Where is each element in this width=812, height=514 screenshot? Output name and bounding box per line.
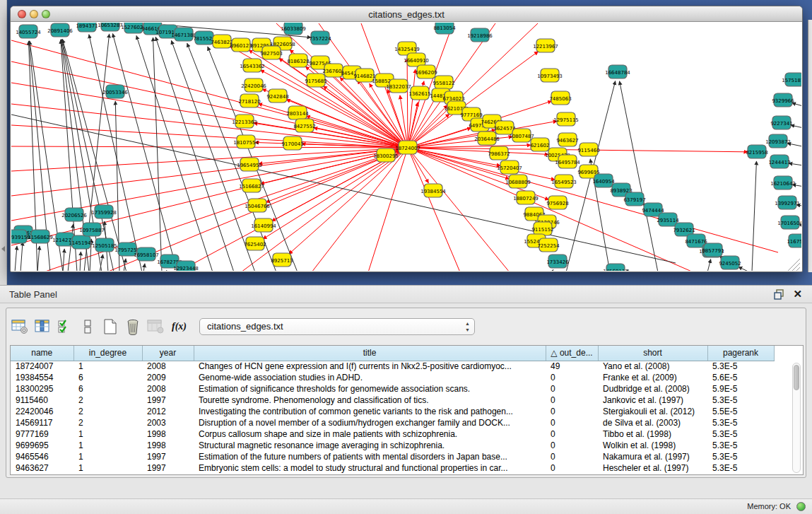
table-cell[interactable]: 1 [73, 361, 142, 372]
column-header-in_degree[interactable]: in_degree [73, 346, 142, 361]
network-node[interactable]: 10975887 [79, 223, 105, 236]
network-node[interactable]: 9170043 [281, 136, 303, 150]
network-node[interactable]: 16640910 [404, 53, 429, 66]
table-cell[interactable]: 5.3E-5 [707, 440, 774, 451]
table-cell[interactable]: 0 [546, 451, 598, 462]
network-node[interactable]: 11568629 [28, 230, 53, 243]
table-vertical-scrollbar[interactable] [792, 363, 801, 473]
table-cell[interactable]: 0 [546, 372, 598, 383]
network-node[interactable]: 22420046 [241, 78, 266, 92]
network-node[interactable]: 10688809 [505, 175, 531, 188]
network-node[interactable]: 15720407 [497, 160, 522, 174]
network-edge[interactable] [15, 246, 17, 271]
table-cell[interactable]: 1 [73, 462, 142, 474]
network-node[interactable]: 1733426 [546, 255, 569, 268]
network-node[interactable]: 12093872 [765, 134, 791, 148]
table-cell[interactable]: 5.3E-5 [707, 451, 774, 462]
network-node[interactable]: 9242848 [266, 89, 288, 103]
network-node[interactable]: 8215958 [746, 145, 767, 158]
table-cell[interactable]: 0 [546, 395, 598, 406]
network-node[interactable]: 16958107 [134, 247, 159, 261]
table-row[interactable]: 1830029562008Estimation of significance … [11, 383, 774, 395]
network-edge[interactable] [408, 148, 778, 252]
network-edge[interactable] [752, 161, 756, 271]
table-cell[interactable]: 1997 [142, 451, 194, 462]
float-panel-icon[interactable] [774, 289, 784, 300]
network-node[interactable]: 12975115 [553, 112, 579, 126]
table-cell[interactable]: Dudbridge et al. (2008) [598, 383, 707, 395]
network-node-hub[interactable]: 18724007 [395, 141, 420, 154]
table-row[interactable]: 946554611997Estimation of the future num… [11, 451, 774, 462]
network-node[interactable]: 2718120 [238, 94, 260, 107]
network-edge[interactable] [171, 40, 255, 271]
network-node[interactable]: 16543362 [240, 59, 265, 72]
table-cell[interactable]: Structural magnetic resonance image aver… [194, 440, 546, 451]
table-cell[interactable]: Estimation of significance thresholds fo… [194, 383, 546, 395]
select-all-icon[interactable] [56, 317, 74, 336]
network-node[interactable]: 7625402 [244, 237, 266, 250]
network-node[interactable]: 7485063 [549, 91, 571, 105]
table-cell[interactable]: 6 [73, 372, 142, 383]
network-node[interactable]: 16648784 [605, 65, 630, 78]
table-cell[interactable]: 18724007 [11, 361, 73, 372]
table-cell[interactable]: 0 [546, 440, 598, 451]
table-cell[interactable]: Investigating the contribution of common… [194, 406, 546, 417]
network-edge[interactable] [80, 252, 81, 271]
table-cell[interactable]: 9115460 [11, 395, 73, 406]
table-cell[interactable]: 1 [73, 451, 142, 462]
table-cell[interactable]: 0 [546, 428, 598, 440]
network-edge[interactable] [400, 95, 408, 148]
table-cell[interactable]: 2003 [142, 417, 194, 428]
network-node[interactable]: 9558122 [433, 76, 454, 89]
table-settings-icon[interactable] [11, 317, 29, 336]
table-cell[interactable]: 19384554 [11, 372, 73, 383]
table-row[interactable]: 969969511998Structural magnetic resonanc… [11, 440, 774, 451]
network-node[interactable]: 1894371 [76, 23, 98, 32]
column-header-title[interactable]: title [194, 346, 546, 361]
network-node[interactable]: 1696209 [415, 65, 437, 78]
network-node[interactable]: 8186328 [287, 54, 309, 67]
network-node[interactable]: 1167533 [787, 234, 801, 247]
table-cell[interactable]: de Silva et al. (2003) [598, 417, 707, 428]
left-panel-splitter[interactable] [0, 0, 7, 285]
column-header-pagerank[interactable]: pagerank [707, 346, 774, 361]
table-cell[interactable]: 0 [546, 417, 598, 428]
column-header-year[interactable]: year [142, 346, 194, 361]
table-cell[interactable]: 2 [73, 395, 142, 406]
network-node[interactable]: 18807249 [513, 191, 539, 204]
table-cell[interactable]: 1 [73, 428, 142, 440]
memory-status-icon[interactable] [796, 502, 806, 511]
network-node[interactable]: 20206526 [61, 208, 87, 221]
network-node[interactable]: 9227341 [770, 116, 792, 129]
network-node[interactable]: 19654955 [237, 158, 262, 171]
table-cell[interactable]: 9465546 [11, 451, 73, 462]
network-node[interactable]: 14055724 [16, 25, 41, 38]
network-node[interactable]: 12505185 [92, 238, 117, 252]
table-row[interactable]: 2242004622012Investigating the contribut… [11, 406, 774, 417]
network-node[interactable]: 19218986 [467, 28, 493, 42]
table-cell[interactable]: 1997 [142, 462, 194, 474]
table-cell[interactable]: 9777169 [11, 428, 73, 440]
network-node[interactable]: 10653287 [98, 23, 123, 31]
close-panel-icon[interactable]: ✕ [793, 288, 802, 300]
table-cell[interactable]: 2012 [142, 406, 194, 417]
network-edge[interactable] [11, 104, 408, 148]
network-node[interactable]: 20364486 [474, 132, 500, 145]
table-cell[interactable]: 0 [546, 383, 598, 395]
network-node[interactable]: 17016504 [777, 216, 801, 229]
table-row[interactable]: 1938455462009Genome-wide association stu… [11, 372, 774, 383]
network-edge[interactable] [11, 148, 408, 196]
table-cell[interactable]: 2 [73, 417, 142, 428]
network-node[interactable]: 20891406 [47, 23, 73, 37]
network-edge[interactable] [11, 125, 408, 148]
network-edge[interactable] [166, 270, 167, 271]
network-edge[interactable] [707, 259, 711, 271]
network-node[interactable]: 9463627 [556, 133, 578, 146]
table-cell[interactable]: 1997 [142, 395, 194, 406]
resize-grip-icon[interactable] [788, 259, 800, 271]
column-header-name[interactable]: name [11, 346, 73, 361]
network-node[interactable]: 9175685 [305, 74, 326, 87]
network-node[interactable]: 9857791 [702, 243, 724, 257]
network-node[interactable]: 10807487 [509, 129, 534, 142]
combobox-stepper-icon[interactable]: ▲▼ [465, 320, 470, 333]
